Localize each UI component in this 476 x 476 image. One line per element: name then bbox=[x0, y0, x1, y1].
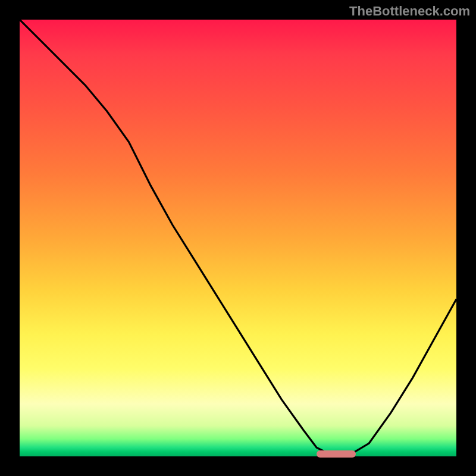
watermark-text: TheBottleneck.com bbox=[349, 4, 470, 19]
chart-container: TheBottleneck.com bbox=[0, 0, 476, 476]
optimal-marker bbox=[317, 450, 356, 458]
bottleneck-curve-path bbox=[20, 20, 456, 456]
bottleneck-line-chart bbox=[20, 20, 456, 456]
